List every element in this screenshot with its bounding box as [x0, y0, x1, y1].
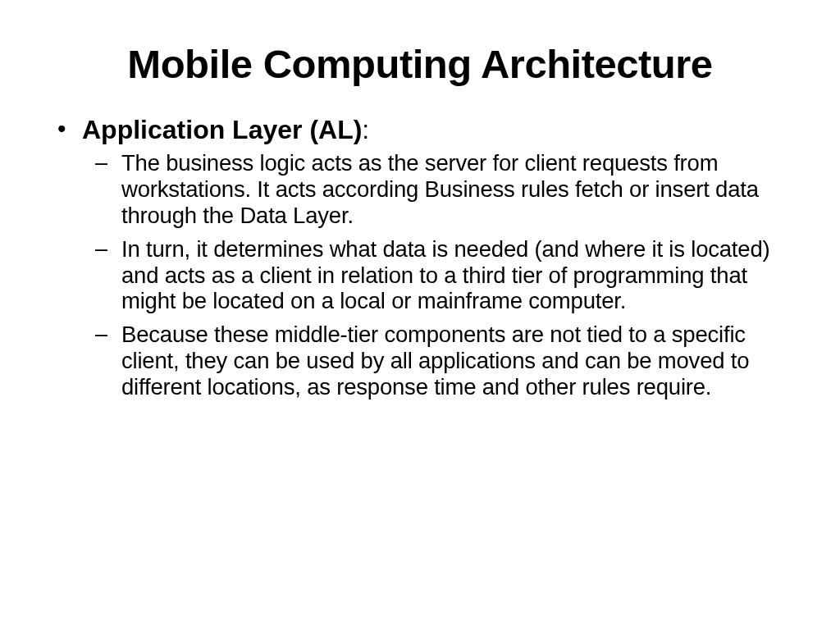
sub-list: The business logic acts as the server fo…	[82, 150, 795, 400]
sub-bullet-item: The business logic acts as the server fo…	[121, 150, 795, 229]
sub-bullet-item: In turn, it determines what data is need…	[121, 236, 795, 315]
sub-bullet-item: Because these middle-tier components are…	[121, 322, 795, 400]
main-list: Application Layer (AL): The business log…	[45, 115, 795, 400]
main-bullet-item: Application Layer (AL): The business log…	[82, 115, 795, 400]
main-bullet-heading: Application Layer (AL)	[82, 115, 362, 144]
slide-title: Mobile Computing Architecture	[45, 41, 795, 87]
main-bullet-colon: :	[362, 115, 369, 144]
